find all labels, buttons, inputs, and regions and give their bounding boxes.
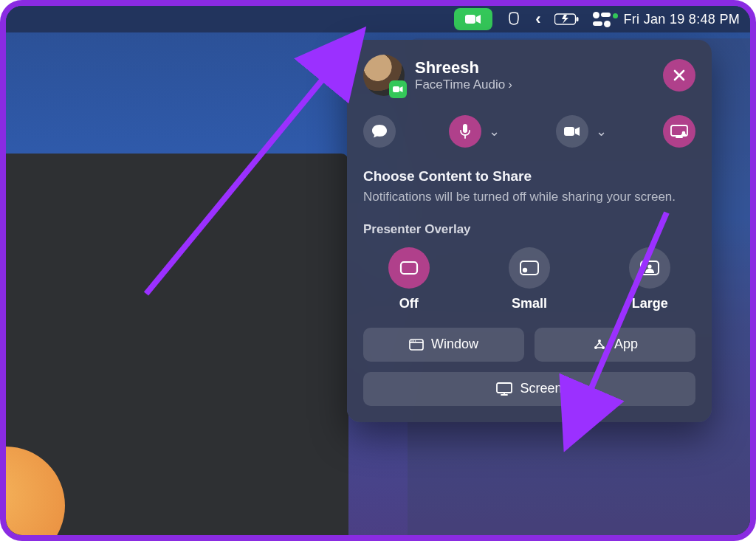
window-icon [409, 339, 424, 351]
app-icon [592, 337, 607, 352]
battery-charging-icon[interactable] [554, 6, 580, 32]
mute-button[interactable] [449, 115, 481, 148]
menubar-overflow-icon[interactable]: ‹ [535, 6, 540, 32]
close-icon [673, 69, 686, 82]
svg-rect-10 [401, 262, 417, 274]
camera-button[interactable] [556, 115, 588, 148]
video-icon [564, 126, 580, 137]
presenter-overlay-label: Presenter Overlay [363, 222, 695, 237]
share-window-button[interactable]: Window [363, 328, 524, 362]
share-screen-full-button[interactable]: Screen [363, 372, 695, 406]
svg-rect-11 [520, 261, 538, 275]
mic-options-chevron[interactable]: ⌄ [486, 123, 503, 139]
svg-rect-23 [497, 383, 512, 393]
microphone-icon [459, 123, 471, 139]
svg-rect-0 [465, 15, 475, 24]
share-screen-button[interactable] [663, 115, 695, 148]
share-app-label: App [614, 337, 638, 352]
overlay-large-icon [639, 260, 660, 276]
share-section-title: Choose Content to Share [363, 168, 695, 185]
svg-point-20 [598, 340, 601, 342]
chevron-right-icon: › [508, 77, 512, 92]
control-center-icon[interactable] [593, 6, 611, 32]
overlay-off-icon [399, 261, 419, 275]
svg-point-19 [415, 340, 416, 342]
caller-avatar [363, 55, 405, 96]
overlay-option-off[interactable]: Off [388, 247, 430, 311]
share-window-label: Window [431, 337, 478, 352]
svg-point-17 [411, 340, 413, 342]
speech-bubble-icon [371, 124, 388, 139]
svg-rect-3 [393, 86, 399, 92]
overlay-option-large[interactable]: Large [629, 247, 670, 311]
svg-point-18 [413, 340, 414, 342]
facetime-badge-icon [389, 80, 407, 98]
messages-button[interactable] [363, 115, 396, 148]
close-button[interactable] [663, 59, 695, 92]
svg-rect-6 [564, 127, 574, 136]
camera-options-chevron[interactable]: ⌄ [593, 123, 610, 139]
overlay-small-label: Small [512, 296, 547, 311]
svg-rect-2 [576, 17, 578, 21]
facetime-menubar-icon[interactable] [454, 6, 492, 32]
svg-point-12 [523, 268, 527, 272]
share-app-button[interactable]: App [535, 328, 695, 362]
overlay-off-label: Off [399, 296, 419, 311]
share-section-subtitle: Notifications will be turned off while s… [363, 189, 695, 206]
screen-share-icon [670, 125, 688, 138]
camera-in-use-indicator [613, 13, 618, 18]
svg-rect-4 [463, 124, 467, 133]
svg-point-14 [648, 264, 652, 268]
menubar-app-icon[interactable] [506, 6, 522, 32]
share-screen-label: Screen [520, 381, 562, 396]
menubar-datetime[interactable]: Fri Jan 19 8:48 PM [624, 6, 740, 32]
screen-icon [496, 382, 512, 396]
facetime-popover: Shreesh FaceTime Audio › ⌄ [347, 40, 712, 422]
overlay-large-label: Large [632, 296, 668, 311]
call-type-button[interactable]: FaceTime Audio › [415, 77, 653, 92]
caller-name: Shreesh [415, 58, 653, 77]
overlay-option-small[interactable]: Small [509, 247, 550, 311]
overlay-small-icon [519, 260, 540, 276]
menu-bar: ‹ Fri Jan 19 8:48 PM [6, 6, 750, 32]
